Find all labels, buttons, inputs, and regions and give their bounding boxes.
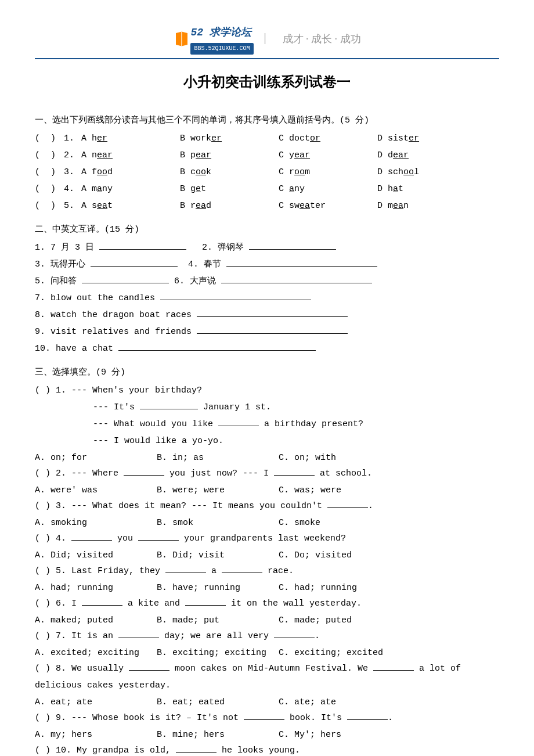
options-row: A. on; forB. in; asC. on; with bbox=[35, 450, 499, 466]
q-stem: ( ) 4. you your grandparents last weeken… bbox=[35, 531, 499, 546]
options-row: A. my; hersB. mine; hersC. My'; hers bbox=[35, 727, 499, 743]
option-d: D sister bbox=[377, 131, 476, 146]
answer-blank[interactable] bbox=[71, 532, 112, 541]
option-b: B read bbox=[180, 198, 279, 214]
option-b: B. in; as bbox=[157, 450, 279, 466]
option-c: C room bbox=[279, 164, 377, 180]
answer-bracket[interactable]: ( ) bbox=[35, 131, 64, 146]
answer-blank[interactable] bbox=[218, 417, 259, 426]
answer-blank[interactable] bbox=[124, 467, 164, 476]
answer-blank[interactable] bbox=[129, 662, 169, 671]
option-b: B worker bbox=[180, 131, 279, 146]
q-stem: ( ) 5. Last Friday, they a race. bbox=[35, 563, 499, 579]
q-stem: ( ) 2. --- Where you just now? --- I at … bbox=[35, 466, 499, 481]
answer-bracket[interactable]: ( ) bbox=[35, 198, 64, 214]
option-c: C. on; with bbox=[279, 450, 400, 466]
table-row: ( ) 4. A many B get C any D hat bbox=[35, 181, 499, 197]
answer-blank[interactable] bbox=[91, 258, 178, 267]
q-num: 1. bbox=[64, 131, 81, 146]
answer-blank[interactable] bbox=[140, 401, 198, 409]
option-a: A many bbox=[81, 181, 180, 197]
option-c: C. Do; visited bbox=[279, 548, 400, 563]
option-c: C year bbox=[279, 147, 377, 163]
answer-blank[interactable] bbox=[222, 564, 262, 573]
answer-blank[interactable] bbox=[274, 467, 315, 476]
option-a: A. Did; visited bbox=[35, 548, 157, 563]
option-c: C. had; running bbox=[279, 580, 400, 596]
option-a: A. my; hers bbox=[35, 727, 157, 743]
answer-blank[interactable] bbox=[373, 662, 414, 671]
option-c: C. ate; ate bbox=[279, 694, 400, 710]
q-label: 10. have a chat bbox=[35, 344, 113, 354]
answer-blank[interactable] bbox=[226, 258, 377, 267]
q-stem: ( ) 8. We usually moon cakes on Mid-Autu… bbox=[35, 661, 499, 676]
option-b: B. made; put bbox=[157, 613, 279, 628]
answer-bracket[interactable]: ( ) bbox=[35, 147, 64, 163]
table-row: ( ) 1. A her B worker C doctor D sister bbox=[35, 131, 499, 146]
option-a: A. smoking bbox=[35, 515, 157, 531]
option-c: C. was; were bbox=[279, 483, 400, 498]
q-label: 6. 大声说 bbox=[174, 276, 216, 286]
q-num: 4. bbox=[64, 181, 81, 197]
options-row: A. Did; visitedB. Did; visitC. Do; visit… bbox=[35, 548, 499, 563]
option-a: A. were' was bbox=[35, 483, 157, 498]
answer-blank[interactable] bbox=[221, 275, 372, 283]
answer-blank[interactable] bbox=[82, 275, 169, 283]
answer-bracket[interactable]: ( ) bbox=[35, 181, 64, 197]
option-b: B. smok bbox=[157, 515, 279, 531]
option-b: B. Did; visit bbox=[157, 548, 279, 563]
option-d: D hat bbox=[377, 181, 476, 197]
option-a: A. eat; ate bbox=[35, 694, 157, 710]
answer-blank[interactable] bbox=[118, 342, 316, 351]
q-label: 1. 7 月 3 日 bbox=[35, 243, 94, 253]
q-stem: ( ) 9. --- Whose book is it? – It's not … bbox=[35, 710, 499, 726]
option-a: A seat bbox=[81, 198, 180, 214]
answer-blank[interactable] bbox=[244, 711, 284, 720]
option-c: C. smoke bbox=[279, 515, 400, 531]
q-num: 2. bbox=[64, 147, 81, 163]
option-b: B. were; were bbox=[157, 483, 279, 498]
q-label: 3. 玩得开心 bbox=[35, 260, 85, 269]
answer-blank[interactable] bbox=[249, 241, 336, 250]
q-label: 8. watch the dragon boat races bbox=[35, 310, 192, 320]
section1-table: ( ) 1. A her B worker C doctor D sister … bbox=[35, 131, 499, 214]
option-b: B. eat; eated bbox=[157, 694, 279, 710]
option-c: C. exciting; excited bbox=[279, 645, 400, 661]
answer-blank[interactable] bbox=[347, 711, 388, 720]
answer-blank[interactable] bbox=[274, 629, 315, 638]
q-num: 3. bbox=[64, 164, 81, 180]
q-stem: --- I would like a yo-yo. bbox=[35, 433, 499, 449]
q-label: 7. blow out the candles bbox=[35, 293, 155, 303]
answer-blank[interactable] bbox=[118, 629, 159, 638]
answer-blank[interactable] bbox=[82, 597, 122, 606]
option-a: A. on; for bbox=[35, 450, 157, 466]
q-stem: --- What would you like a birthday prese… bbox=[35, 416, 499, 432]
answer-blank[interactable] bbox=[327, 499, 368, 508]
answer-blank[interactable] bbox=[176, 744, 217, 753]
page-header: 52 求学论坛 BBS.52QIUXUE.COM | 成才 · 成长 · 成功 bbox=[35, 23, 499, 59]
book-icon bbox=[173, 30, 190, 48]
option-a: A. maked; puted bbox=[35, 613, 157, 628]
answer-blank[interactable] bbox=[165, 564, 206, 573]
answer-blank[interactable] bbox=[197, 308, 348, 317]
q-stem: delicious cakes yesterday. bbox=[35, 678, 499, 693]
option-a: A near bbox=[81, 147, 180, 163]
option-c: C. My'; hers bbox=[279, 727, 400, 743]
answer-blank[interactable] bbox=[197, 325, 348, 334]
answer-blank[interactable] bbox=[138, 532, 179, 541]
answer-blank[interactable] bbox=[99, 241, 186, 250]
q-num: 5. bbox=[64, 198, 81, 214]
option-d: D mean bbox=[377, 198, 476, 214]
option-d: D school bbox=[377, 164, 476, 180]
page-title: 小升初突击训练系列试卷一 bbox=[35, 70, 499, 95]
site-logo: 52 求学论坛 BBS.52QIUXUE.COM bbox=[173, 23, 253, 55]
option-a: A. excited; exciting bbox=[35, 645, 157, 661]
q-label: 2. 弹钢琴 bbox=[202, 243, 244, 253]
answer-bracket[interactable]: ( ) bbox=[35, 164, 64, 180]
option-c: C any bbox=[279, 181, 377, 197]
table-row: ( ) 3. A food B cook C room D school bbox=[35, 164, 499, 180]
option-b: B cook bbox=[180, 164, 279, 180]
tagline: 成才 · 成长 · 成功 bbox=[283, 30, 361, 48]
answer-blank[interactable] bbox=[185, 597, 226, 606]
answer-blank[interactable] bbox=[160, 291, 311, 300]
